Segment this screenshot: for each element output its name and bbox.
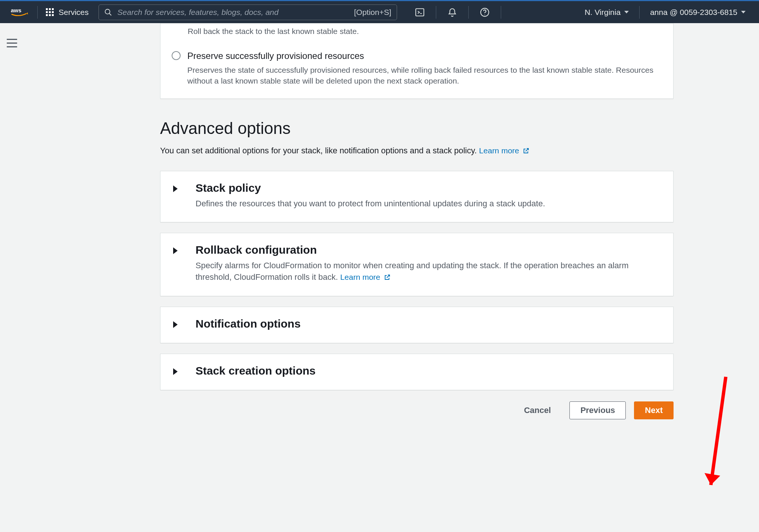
caret-down-icon [741,11,746,13]
svg-line-2 [109,13,111,15]
stack-creation-options-title: Stack creation options [196,364,316,377]
cloudshell-button[interactable] [406,1,434,23]
notification-options-title: Notification options [196,317,301,330]
nav-utility-icons [406,1,503,23]
help-icon [480,7,490,17]
nav-divider [37,6,38,19]
account-menu[interactable]: anna @ 0059-2303-6815 [642,1,754,23]
nav-divider [501,6,501,19]
notification-options-expando: Notification options [160,307,674,343]
nav-divider [468,6,469,19]
caret-right-icon [173,368,178,375]
help-button[interactable] [471,1,499,23]
services-label: Services [59,8,89,17]
external-link-icon [523,147,530,154]
side-nav-toggle[interactable] [7,37,19,49]
aws-logo[interactable]: aws [5,1,35,23]
search-shortcut-hint: [Option+S] [354,8,391,17]
stack-creation-options-expando: Stack creation options [160,354,674,390]
notification-options-toggle[interactable]: Notification options [173,317,660,330]
rollback-config-expando: Rollback configuration Specify alarms fo… [160,233,674,296]
stack-policy-expando: Stack policy Defines the resources that … [160,171,674,223]
nav-right: N. Virginia anna @ 0059-2303-6815 [577,1,754,23]
caret-down-icon [624,11,629,13]
svg-point-1 [105,9,110,14]
search-icon [104,8,112,16]
advanced-learn-more-link[interactable]: Learn more [479,146,530,155]
caret-right-icon [173,185,178,192]
rollback-config-toggle[interactable]: Rollback configuration Specify alarms fo… [173,244,660,283]
top-nav: aws Services Search for services, featur… [0,0,759,23]
rollback-config-desc: Specify alarms for CloudFormation to mon… [196,260,660,283]
advanced-options-description: You can set additional options for your … [160,144,674,157]
svg-text:aws: aws [11,7,21,13]
grid-icon [46,8,54,16]
cloudshell-icon [415,7,425,17]
cancel-button[interactable]: Cancel [513,401,561,419]
region-selector[interactable]: N. Virginia [577,1,637,23]
caret-right-icon [173,247,178,254]
notifications-button[interactable] [438,1,466,23]
search-placeholder: Search for services, features, blogs, do… [118,8,349,17]
rollback-preserve-option[interactable]: Preserve successfully provisioned resour… [172,46,662,86]
stack-policy-desc: Defines the resources that you want to p… [196,198,545,210]
region-label: N. Virginia [585,8,621,17]
next-button[interactable]: Next [634,401,674,419]
nav-divider [436,6,436,19]
external-link-icon [384,274,391,281]
services-menu-button[interactable]: Services [40,1,95,23]
account-label: anna @ 0059-2303-6815 [650,8,737,17]
previous-button[interactable]: Previous [569,401,626,419]
global-search[interactable]: Search for services, features, blogs, do… [99,4,397,20]
advanced-options-title: Advanced options [160,119,674,138]
stack-policy-toggle[interactable]: Stack policy Defines the resources that … [173,182,660,210]
stack-failure-options-panel: Roll back the stack to the last known st… [160,23,674,99]
svg-marker-8 [705,473,720,485]
rollback-opt2-desc: Preserves the state of successfully prov… [187,65,662,87]
svg-point-6 [484,14,485,15]
bell-icon [447,7,457,17]
rollback-opt1-desc: Roll back the stack to the last known st… [188,26,662,37]
wizard-footer: Cancel Previous Next [160,401,674,434]
stack-policy-title: Stack policy [196,182,545,194]
rollback-config-learn-more-link[interactable]: Learn more [340,273,391,281]
nav-divider [639,6,640,19]
rollback-opt2-label: Preserve successfully provisioned resour… [187,50,662,62]
caret-right-icon [173,321,178,328]
radio-unchecked-icon[interactable] [172,51,181,60]
stack-creation-options-toggle[interactable]: Stack creation options [173,364,660,377]
rollback-config-title: Rollback configuration [196,244,660,256]
